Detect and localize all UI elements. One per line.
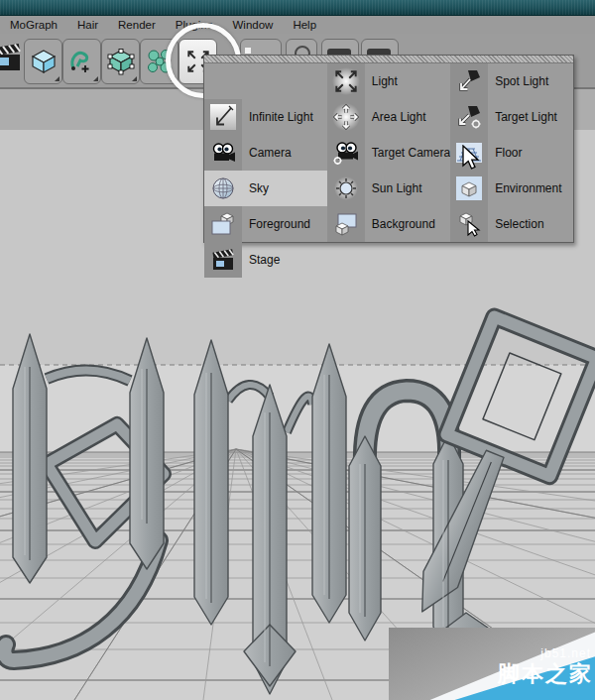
cube-primitive-icon xyxy=(29,47,59,76)
menu-item-label: Floor xyxy=(488,146,573,160)
dropdown-corner xyxy=(93,76,98,81)
menu-item-sun-light[interactable]: Sun Light xyxy=(327,171,450,206)
selection-icon xyxy=(450,206,488,242)
menu-item-light[interactable]: Light xyxy=(327,63,450,99)
menu-item-area-light[interactable]: Area Light xyxy=(327,99,450,135)
mouse-cursor xyxy=(462,145,484,175)
menu-item-label: Background xyxy=(365,217,450,231)
menu-item-selection[interactable]: Selection xyxy=(450,206,573,242)
menu-item-stage[interactable]: Stage xyxy=(204,242,327,278)
menu-item-label: Spot Light xyxy=(488,74,573,88)
menu-mograph[interactable]: MoGraph xyxy=(10,19,58,31)
menu-item-spot-light[interactable]: Spot Light xyxy=(450,63,573,99)
menu-tearoff-strip[interactable] xyxy=(204,56,573,63)
menubar: MoGraph Hair Render Plugins Window Help xyxy=(0,16,595,34)
cinema4d-window: MoGraph Hair Render Plugins Window Help xyxy=(0,0,595,700)
target-camera-icon xyxy=(327,135,365,171)
spline-pen-icon xyxy=(67,47,97,76)
menu-item-label: Sky xyxy=(242,181,327,195)
menu-item-target-camera[interactable]: Target Camera xyxy=(327,135,450,171)
sky-icon xyxy=(204,171,242,206)
watermark-name: 脚本之家 xyxy=(498,659,593,689)
menu-item-sky[interactable]: Sky xyxy=(204,171,327,206)
menu-item-label: Selection xyxy=(488,217,573,231)
stage-icon xyxy=(204,242,242,278)
menu-item-label: Sun Light xyxy=(365,181,450,195)
cube-primitive-button[interactable] xyxy=(24,39,62,84)
light-object-menu: Light Spot Light Infinite Light xyxy=(203,55,574,243)
menu-window[interactable]: Window xyxy=(232,19,273,31)
menu-item-label: Target Camera xyxy=(365,146,450,160)
menu-item-label: Foreground xyxy=(242,217,327,231)
menu-help[interactable]: Help xyxy=(293,19,316,31)
menu-render[interactable]: Render xyxy=(118,19,156,31)
background-icon xyxy=(327,206,365,242)
editable-mesh-icon xyxy=(106,47,136,76)
editable-mesh-button[interactable] xyxy=(101,39,140,84)
area-light-icon xyxy=(327,99,365,135)
watermark: jb51.net 脚本之家 xyxy=(389,628,595,700)
menu-item-label: Target Light xyxy=(488,110,573,124)
menu-item-background[interactable]: Background xyxy=(327,206,450,242)
dropdown-corner xyxy=(55,76,60,81)
spline-pen-button[interactable] xyxy=(62,39,101,84)
camera-icon xyxy=(204,135,242,171)
menu-item-foreground[interactable]: Foreground xyxy=(204,206,327,242)
desktop-wallpaper-strip xyxy=(0,0,595,16)
infinite-light-icon xyxy=(204,99,242,135)
sun-light-icon xyxy=(327,171,365,206)
dropdown-corner xyxy=(132,76,137,81)
clapperboard-icon[interactable] xyxy=(0,42,22,77)
menu-hair[interactable]: Hair xyxy=(77,19,98,31)
menu-item-label: Environment xyxy=(488,181,573,195)
menu-item-label: Light xyxy=(365,74,450,88)
menu-item-label: Stage xyxy=(242,253,327,267)
menu-item-camera[interactable]: Camera xyxy=(204,135,327,171)
environment-icon xyxy=(450,171,488,206)
spot-light-icon xyxy=(450,63,488,99)
watermark-site: jb51.net xyxy=(540,646,591,660)
menu-item-target-light[interactable]: Target Light xyxy=(450,99,573,135)
menu-item-environment[interactable]: Environment xyxy=(450,171,573,206)
target-light-icon xyxy=(450,99,488,135)
menu-item-label: Camera xyxy=(242,146,327,160)
foreground-icon xyxy=(204,206,242,242)
menu-item-label: Infinite Light xyxy=(242,110,327,124)
menu-item-infinite-light[interactable]: Infinite Light xyxy=(204,99,327,135)
light-icon xyxy=(327,63,365,99)
menu-item-label: Area Light xyxy=(365,110,450,124)
